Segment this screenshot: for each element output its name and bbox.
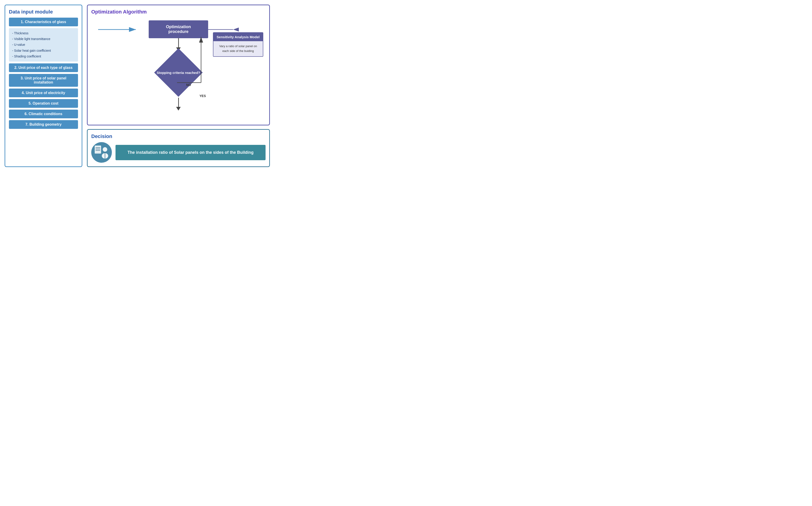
yes-label: YES <box>199 94 206 98</box>
svg-rect-8 <box>95 146 101 154</box>
input-item-6[interactable]: 6. Climatic conditions <box>9 110 78 118</box>
input-item-4[interactable]: 4. Unit price of electricity <box>9 89 78 97</box>
decision-result: The installation ratio of Solar panels o… <box>115 145 266 160</box>
left-panel-title: Data input module <box>9 9 78 15</box>
person-svg <box>94 145 110 160</box>
decision-box: Decision The installation ratio of Solar <box>87 129 270 167</box>
optimization-procedure-box: Optimization procedure <box>149 20 208 38</box>
glass-detail-uvalue: - U-value <box>12 42 75 48</box>
decision-content: The installation ratio of Solar panels o… <box>91 142 266 163</box>
flow-arrowhead-yes <box>176 107 181 110</box>
decision-title: Decision <box>91 134 266 139</box>
sensitivity-body: Vary a ratio of solar panel on each side… <box>213 41 263 56</box>
sensitivity-title: Sensitivity Analysis Model <box>213 33 263 41</box>
input-item-7[interactable]: 7. Building geometry <box>9 120 78 129</box>
flow-line-1 <box>178 38 179 48</box>
glass-details: - Thickness - Visible light transmittanc… <box>9 28 78 62</box>
glass-detail-shading: - Shading coefficient <box>12 54 75 59</box>
optimization-box: Optimization Algorithm Optimization proc… <box>87 5 270 125</box>
left-panel: Data input module 1. Characteristics of … <box>5 5 82 167</box>
glass-detail-thickness: - Thickness <box>12 30 75 36</box>
input-item-1[interactable]: 1. Characteristics of glass <box>9 18 78 26</box>
sensitivity-box: Sensitivity Analysis Model Vary a ratio … <box>213 32 263 57</box>
diamond-container: Stopping criteria reached? <box>149 52 208 93</box>
input-item-5[interactable]: 5. Operation cost <box>9 99 78 108</box>
svg-point-12 <box>103 147 107 152</box>
input-item-3[interactable]: 3. Unit price of solar panel installatio… <box>9 74 78 87</box>
optimization-title: Optimization Algorithm <box>91 9 266 15</box>
flow-line-yes <box>178 98 179 107</box>
glass-detail-shgc: - Solar heat gain coefficient <box>12 48 75 54</box>
diamond-label: Stopping criteria reached? <box>149 52 208 93</box>
input-item-2[interactable]: 2. Unit price of each type of glass <box>9 63 78 72</box>
right-panel: Optimization Algorithm Optimization proc… <box>87 5 270 167</box>
yes-arrow <box>176 98 181 110</box>
person-icon <box>91 142 112 163</box>
glass-detail-vlt: - Visible light transmittance <box>12 36 75 42</box>
